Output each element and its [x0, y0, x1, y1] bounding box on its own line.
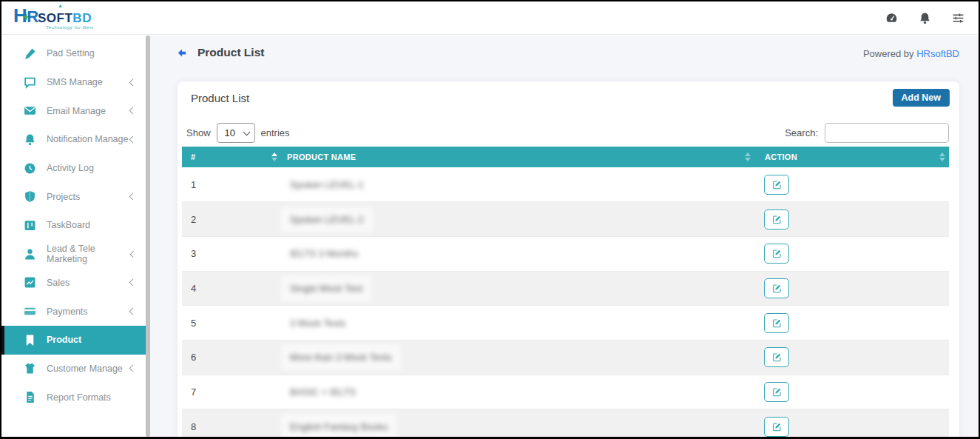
add-new-button[interactable]: Add New — [893, 89, 950, 107]
sidebar-item-projects[interactable]: Projects — [1, 182, 146, 211]
table-row: 2Spoken LEVEL-2 — [182, 202, 949, 237]
edit-button[interactable] — [764, 313, 789, 333]
app-logo[interactable]: H+RSOFTBD ▲ Technology for Next — [13, 4, 124, 33]
sidebar-item-taskboard[interactable]: TaskBoard — [1, 211, 146, 240]
sidebar-item-email-manage[interactable]: Email Manage — [1, 96, 146, 125]
sidebar-item-label: Lead & Tele Marketing — [47, 244, 131, 264]
table-row: 4Single Mock Test — [182, 271, 949, 306]
action-cell — [754, 340, 949, 375]
chevron-left-icon — [129, 78, 137, 86]
logo-arrow-icon: ▲ — [58, 3, 63, 8]
logo-tagline: Technology for Next — [46, 25, 94, 30]
product-name-cell: 3 Mock Tests — [281, 306, 754, 341]
payments-icon — [24, 305, 36, 318]
sidebar-item-activity-log[interactable]: Activity Log — [1, 154, 146, 183]
sales-icon — [24, 276, 36, 289]
sliders-icon[interactable] — [952, 12, 965, 25]
edit-button[interactable] — [764, 347, 789, 367]
chevron-left-icon — [129, 279, 137, 286]
column-header-num[interactable]: # — [182, 147, 281, 167]
edit-button[interactable] — [764, 210, 789, 229]
sort-arrows-icon — [271, 153, 277, 161]
edit-icon — [772, 284, 782, 293]
sidebar-item-label: Pad Setting — [47, 48, 95, 58]
table-header-row: #PRODUCT NAMEACTION — [182, 147, 949, 167]
back-button[interactable] — [176, 47, 187, 58]
sidebar-item-notification-manage[interactable]: Notification Manage — [1, 125, 146, 154]
entries-label: entries — [261, 127, 290, 138]
product-name: IELTS 3 Months — [281, 241, 367, 267]
sidebar: Pad SettingSMS ManageEmail ManageNotific… — [1, 36, 146, 437]
row-number: 1 — [182, 167, 281, 202]
column-header-action[interactable]: ACTION — [754, 147, 949, 167]
logo-bd-text: BD — [72, 11, 92, 25]
column-header-label: ACTION — [765, 153, 797, 161]
action-cell — [754, 271, 949, 306]
taskboard-icon — [24, 219, 36, 232]
sidebar-item-product[interactable]: Product — [1, 326, 146, 355]
row-number: 2 — [182, 202, 281, 237]
sidebar-item-customer-manage[interactable]: Customer Manage — [1, 355, 146, 383]
top-navbar: H+RSOFTBD ▲ Technology for Next — [1, 1, 979, 35]
product-name: Spoken LEVEL-1 — [281, 172, 373, 198]
sidebar-item-label: Projects — [47, 192, 80, 202]
customer-icon — [24, 362, 36, 375]
sort-arrows-icon — [745, 153, 751, 161]
edit-icon — [772, 318, 782, 328]
sidebar-item-label: Notification Manage — [47, 134, 128, 144]
edit-button[interactable] — [764, 417, 789, 437]
arrow-left-icon — [176, 47, 187, 58]
product-name-cell: IELTS 3 Months — [281, 236, 754, 271]
column-header-label: PRODUCT NAME — [287, 153, 356, 161]
table-row: 3IELTS 3 Months — [182, 236, 949, 271]
product-name-cell: Spoken LEVEL-2 — [281, 202, 754, 237]
dashboard-icon[interactable] — [885, 12, 899, 25]
sidebar-item-lead-tele-marketing[interactable]: Lead & Tele Marketing — [1, 240, 146, 269]
activity-log-icon — [24, 162, 36, 175]
sidebar-item-report-formats[interactable]: Report Formats — [1, 383, 146, 412]
edit-button[interactable] — [764, 382, 789, 402]
sidebar-item-label: Payments — [47, 306, 88, 317]
card-title: Product List — [191, 92, 249, 104]
product-name-cell: Single Mock Test — [281, 271, 754, 306]
powered-by-link[interactable]: HRsoftBD — [916, 48, 959, 59]
table-row: 53 Mock Tests — [182, 306, 949, 341]
bell-icon[interactable] — [919, 12, 932, 25]
sidebar-item-label: SMS Manage — [47, 77, 103, 87]
product-table: #PRODUCT NAMEACTION 1Spoken LEVEL-12Spok… — [182, 147, 949, 437]
table-controls: Show 10 entries Search: — [182, 123, 949, 145]
row-number: 7 — [182, 375, 281, 409]
product-name: Single Mock Test — [281, 275, 371, 301]
sms-icon — [24, 76, 36, 89]
column-header-product-name[interactable]: PRODUCT NAME — [281, 147, 754, 167]
search-input[interactable] — [825, 123, 949, 143]
sidebar-item-label: Email Manage — [47, 106, 106, 116]
action-cell — [754, 409, 949, 437]
table-row: 1Spoken LEVEL-1 — [182, 167, 949, 202]
action-cell — [754, 236, 949, 271]
product-name: Spoken LEVEL-2 — [281, 207, 373, 232]
action-cell — [754, 167, 949, 202]
edit-icon — [772, 215, 782, 224]
show-label: Show — [186, 127, 211, 138]
page-length-select[interactable]: 10 — [217, 123, 255, 143]
edit-button[interactable] — [764, 278, 789, 298]
navbar-icon-group — [885, 1, 965, 35]
chevron-left-icon — [129, 193, 137, 201]
sidebar-scrollbar[interactable] — [146, 36, 150, 437]
sidebar-item-payments[interactable]: Payments — [1, 297, 146, 326]
sidebar-item-sales[interactable]: Sales — [1, 269, 146, 298]
scrollbar-thumb[interactable] — [146, 36, 150, 437]
powered-by: Powered by HRsoftBD — [863, 48, 959, 59]
edit-icon — [772, 422, 782, 432]
product-name-cell: BASIC + IELTS — [281, 375, 754, 409]
table-row: 8English Fantasy Books — [182, 409, 949, 437]
product-list-card: Product List Add New Show 10 entries Sea… — [178, 81, 959, 437]
edit-button[interactable] — [764, 175, 789, 195]
notification-icon — [24, 133, 36, 146]
product-name: 3 Mock Tests — [281, 310, 355, 336]
sidebar-item-pad-setting[interactable]: Pad Setting — [1, 39, 146, 68]
product-name: More than 3 Mock Tests — [281, 344, 401, 370]
sidebar-item-sms-manage[interactable]: SMS Manage — [1, 68, 146, 97]
edit-button[interactable] — [764, 244, 789, 264]
